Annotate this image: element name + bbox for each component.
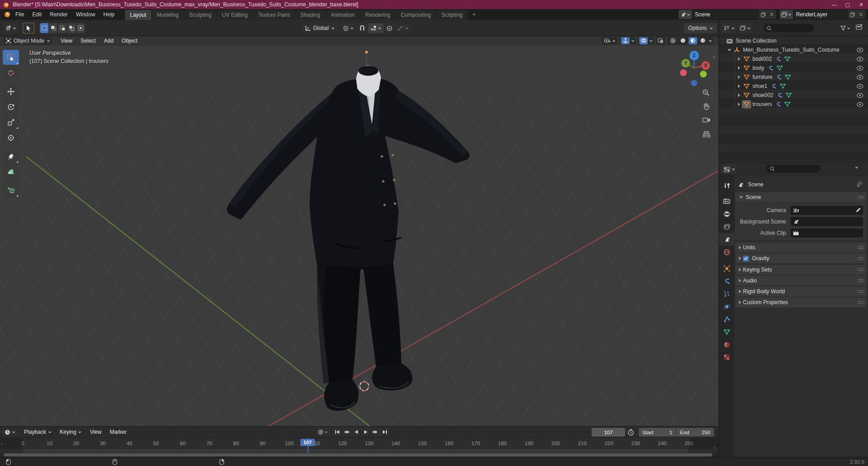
gizmo-axis-z-neg[interactable] xyxy=(691,80,697,86)
viewport-menu-item[interactable]: Select xyxy=(77,38,100,44)
select-mode-invert[interactable] xyxy=(67,23,76,33)
breadcrumb-label[interactable]: Scene xyxy=(748,181,763,188)
properties-filter-dropdown[interactable] xyxy=(855,165,858,169)
add-workspace-button[interactable]: + xyxy=(468,10,481,19)
view-layer-remove-button[interactable]: ✕ xyxy=(857,10,865,19)
timeline-channels[interactable] xyxy=(0,449,719,453)
expand-arrow-icon[interactable] xyxy=(738,102,740,106)
active-clip-field[interactable] xyxy=(791,228,863,238)
eye-icon[interactable] xyxy=(857,48,863,53)
play-button[interactable] xyxy=(361,428,370,436)
prev-keyframe-button[interactable] xyxy=(342,428,351,436)
shading-dropdown-icon[interactable] xyxy=(709,39,712,43)
scene-name-field[interactable]: Scene xyxy=(692,10,759,19)
tab-tool[interactable] xyxy=(719,179,734,192)
collapsed-panel-header[interactable]: Rigid Body World xyxy=(735,286,867,296)
blender-logo-icon[interactable] xyxy=(4,11,11,18)
maximize-button[interactable]: ▢ xyxy=(841,0,854,9)
expand-arrow-icon[interactable] xyxy=(738,57,740,61)
frame-end-field[interactable]: End250 xyxy=(676,428,714,437)
snap-toggle[interactable] xyxy=(357,23,367,33)
properties-editor-type-dropdown[interactable] xyxy=(722,164,737,174)
proportional-falloff-dropdown[interactable] xyxy=(395,23,411,33)
workspace-tab[interactable]: Modeling xyxy=(152,10,184,20)
current-frame-field[interactable]: 107 xyxy=(592,428,625,437)
pin-icon[interactable] xyxy=(856,181,862,188)
keying-menu[interactable]: Keying xyxy=(56,429,86,435)
snap-target-dropdown[interactable] xyxy=(368,23,384,33)
zoom-tool-icon[interactable] xyxy=(702,89,710,97)
tab-particles[interactable] xyxy=(719,287,734,300)
workspace-tab[interactable]: Shading xyxy=(295,10,325,20)
menu-item[interactable]: File xyxy=(11,9,28,20)
workspace-tab[interactable]: UV Editing xyxy=(217,10,253,20)
scene-browse-button[interactable] xyxy=(679,10,692,19)
camera-view-icon[interactable] xyxy=(702,116,710,123)
modifier-wrench-icon[interactable] xyxy=(775,56,781,62)
next-keyframe-button[interactable] xyxy=(371,428,380,436)
mesh-data-icon[interactable] xyxy=(785,74,791,80)
modifier-wrench-icon[interactable] xyxy=(776,92,782,98)
view-layer-copy-button[interactable] xyxy=(848,10,857,19)
ortho-grid-icon[interactable] xyxy=(702,131,711,138)
units-panel-header[interactable]: Units xyxy=(735,243,867,252)
tool-rotate[interactable] xyxy=(3,99,19,114)
scene-panel-header[interactable]: Scene xyxy=(735,192,867,202)
gizmo-dropdown-icon[interactable] xyxy=(631,39,635,43)
workspace-tab[interactable]: Texture Paint xyxy=(253,10,295,20)
close-button[interactable]: ✕ xyxy=(854,0,868,9)
outliner-row-object[interactable]: shoe1 xyxy=(719,82,868,91)
expand-arrow-icon[interactable] xyxy=(738,75,740,79)
collapsed-panel-header[interactable]: Audio xyxy=(735,276,867,286)
gizmo-axis-x-neg[interactable] xyxy=(680,69,687,76)
mode-selector[interactable]: Object Mode xyxy=(4,37,52,44)
tab-world[interactable] xyxy=(719,246,734,258)
modifier-wrench-icon[interactable] xyxy=(776,74,781,80)
navigation-gizmo[interactable]: Z Y X xyxy=(675,49,716,90)
jump-to-start-button[interactable] xyxy=(333,428,342,436)
playback-menu[interactable]: Playback xyxy=(20,429,56,435)
eye-icon[interactable] xyxy=(857,75,863,80)
tool-move[interactable] xyxy=(3,84,19,99)
eye-icon[interactable] xyxy=(857,84,863,89)
play-reverse-button[interactable] xyxy=(352,428,361,436)
tool-scale[interactable] xyxy=(3,115,19,130)
workspace-tab[interactable]: Layout xyxy=(125,10,151,20)
view-layer-name-field[interactable]: RenderLayer xyxy=(793,10,848,19)
tab-output[interactable] xyxy=(719,208,734,220)
workspace-tab[interactable]: Scripting xyxy=(436,10,468,20)
shading-wireframe-toggle[interactable] xyxy=(669,37,677,44)
scene-copy-button[interactable] xyxy=(759,10,767,19)
timeline-collapse-arrow[interactable]: ‹ xyxy=(714,445,716,450)
jump-to-end-button[interactable] xyxy=(380,428,389,436)
tab-modifiers[interactable] xyxy=(719,275,734,287)
tool-add-cube[interactable] xyxy=(3,183,19,198)
tab-constraints[interactable] xyxy=(719,313,734,325)
select-mode-extend[interactable] xyxy=(49,23,58,33)
outliner-display-mode-dropdown[interactable] xyxy=(722,23,737,33)
tab-texture[interactable] xyxy=(719,351,734,364)
mesh-data-icon[interactable] xyxy=(786,92,792,98)
tab-view-layer[interactable] xyxy=(719,220,734,233)
outliner-row-object[interactable]: furniture xyxy=(719,73,868,82)
auto-keying-toggle[interactable] xyxy=(316,428,330,436)
tool-select-box[interactable] xyxy=(3,50,19,65)
tool-measure[interactable] xyxy=(3,164,19,179)
outliner-row-object[interactable]: trousers xyxy=(719,100,868,109)
editor-type-selector[interactable] xyxy=(3,23,19,33)
viewport-menu-item[interactable]: Object xyxy=(118,38,142,44)
proportional-editing-toggle[interactable] xyxy=(384,23,394,33)
tab-material[interactable] xyxy=(719,338,734,351)
transform-orientation-dropdown[interactable]: Global xyxy=(302,23,338,33)
select-mode-subtract[interactable] xyxy=(58,23,67,33)
timeline-expand-arrow[interactable]: › xyxy=(1,441,3,447)
gizmo-axis-y-neg[interactable] xyxy=(700,71,707,78)
select-mode-intersect[interactable] xyxy=(76,23,85,33)
outliner-row-scene-collection[interactable]: Scene Collection xyxy=(719,36,868,45)
menu-item[interactable]: Render xyxy=(46,9,72,20)
scrollbar-thumb[interactable] xyxy=(4,453,712,456)
marker-menu[interactable]: Marker xyxy=(106,429,130,435)
options-dropdown[interactable]: Options xyxy=(684,23,717,33)
camera-field[interactable] xyxy=(791,206,863,215)
outliner-row-object[interactable]: shoe002 xyxy=(719,91,868,100)
